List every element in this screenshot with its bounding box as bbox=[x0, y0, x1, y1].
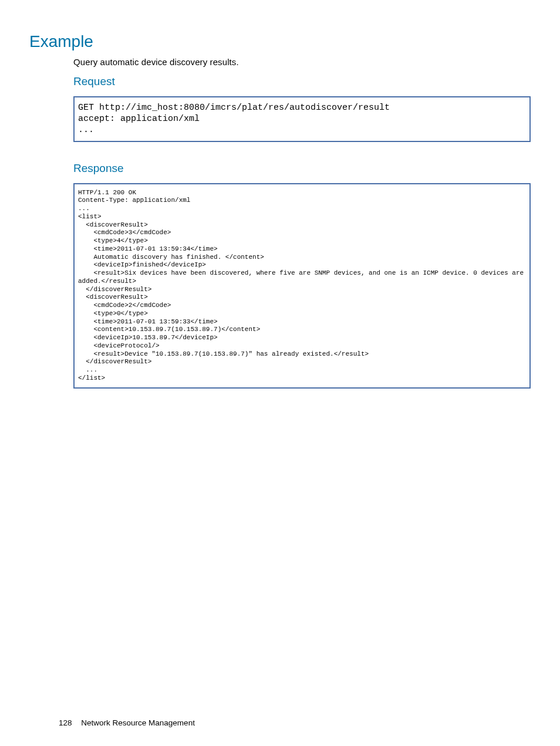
page-number: 128 bbox=[59, 718, 72, 727]
response-code-block: HTTP/1.1 200 OK Content-Type: applicatio… bbox=[73, 183, 531, 389]
response-code-content: HTTP/1.1 200 OK Content-Type: applicatio… bbox=[75, 184, 529, 387]
heading-example: Example bbox=[29, 32, 531, 51]
heading-response: Response bbox=[73, 162, 531, 175]
request-code-content: GET http://imc_host:8080/imcrs/plat/res/… bbox=[75, 97, 529, 141]
page-footer: 128 Network Resource Management bbox=[59, 718, 195, 727]
heading-request: Request bbox=[73, 75, 531, 88]
section-title: Network Resource Management bbox=[81, 718, 195, 727]
request-code-block: GET http://imc_host:8080/imcrs/plat/res/… bbox=[73, 96, 531, 142]
description-text: Query automatic device discovery results… bbox=[73, 57, 531, 67]
